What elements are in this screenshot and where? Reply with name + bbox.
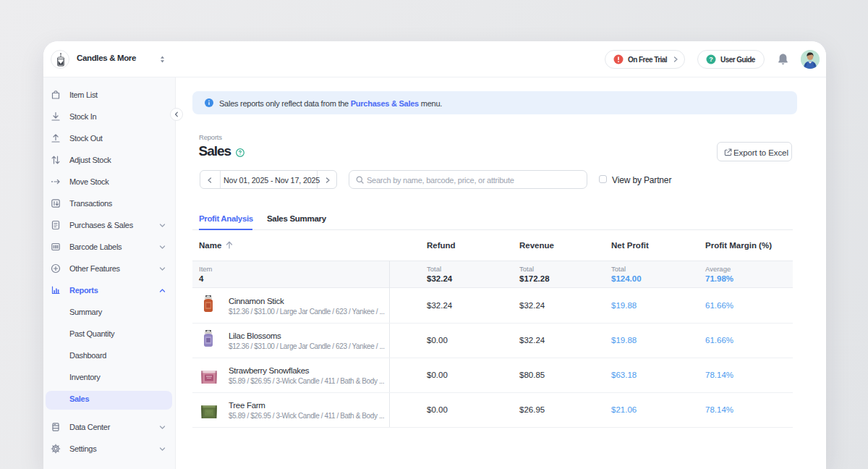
svg-text:?: ? xyxy=(709,56,713,63)
